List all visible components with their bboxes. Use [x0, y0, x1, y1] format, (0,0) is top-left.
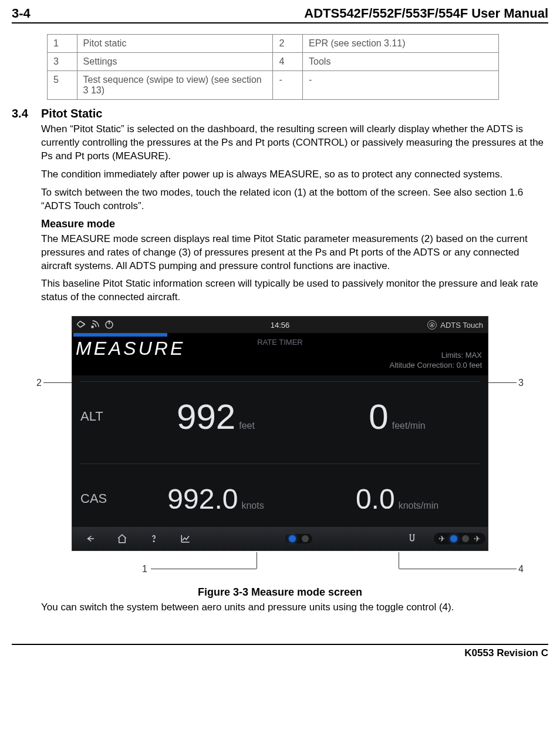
hold-button[interactable]	[396, 529, 428, 548]
legend-num: 5	[48, 71, 77, 100]
legend-num: 2	[273, 35, 303, 53]
legend-num: 3	[48, 53, 77, 71]
callout-3: 3	[518, 378, 524, 388]
cas-unit: knots	[241, 500, 264, 511]
units-toggle[interactable]: ✈ ✈	[434, 533, 485, 545]
limits-info: Limits: MAX Altitude Correction: 0.0 fee…	[389, 351, 482, 371]
paragraph: You can switch the system between aero u…	[41, 601, 548, 614]
pressure-dot-icon	[462, 535, 469, 542]
alt-rate-unit: feet/min	[392, 421, 426, 431]
section-number: 3.4	[12, 107, 41, 120]
figure: 2 3 1 4	[36, 316, 524, 580]
alt-value: 992	[177, 397, 235, 437]
callout-2: 2	[36, 378, 42, 388]
cas-label: CAS	[72, 491, 125, 506]
brand-text: ADTS Touch	[440, 321, 483, 330]
svg-point-3	[153, 541, 154, 542]
alt-unit: feet	[239, 421, 255, 431]
cas-value: 992.0	[167, 483, 238, 515]
brand-label: ⦿ ADTS Touch	[427, 320, 483, 330]
section-heading: 3.4 Pitot Static	[12, 107, 548, 120]
aero-units-icon: ✈	[438, 534, 446, 543]
paragraph: When “Pitot Static” is selected on the d…	[41, 123, 548, 163]
cas-rate-value: 0.0	[356, 483, 395, 515]
clock: 14:56	[271, 321, 290, 330]
connection-icon	[76, 319, 86, 331]
callout-line	[488, 382, 517, 383]
svg-point-0	[91, 325, 94, 328]
altitude-correction-line: Altitude Correction: 0.0 feet	[389, 361, 482, 371]
progress-indicator	[73, 333, 167, 337]
home-button[interactable]	[106, 529, 138, 548]
graph-button[interactable]	[170, 529, 201, 548]
device-screenshot: 14:56 ⦿ ADTS Touch RATE TIMER MEASURE Li…	[72, 316, 488, 551]
power-icon	[104, 319, 114, 331]
paragraph: To switch between the two modes, touch t…	[41, 186, 548, 213]
legend-label: Tools	[303, 53, 499, 71]
bottom-toolbar: ✈ ✈	[72, 527, 488, 550]
table-row: 1 Pitot static 2 EPR (see section 3.11)	[48, 35, 499, 53]
legend-label: -	[303, 71, 499, 100]
status-bar: 14:56 ⦿ ADTS Touch	[72, 317, 488, 333]
alt-label: ALT	[72, 409, 125, 424]
callout-line	[399, 569, 517, 569]
cas-row: CAS 992.0 knots 0.0 knots/min	[72, 463, 488, 534]
back-button[interactable]	[75, 529, 106, 548]
callout-4: 4	[518, 564, 524, 574]
callout-1: 1	[142, 564, 147, 574]
legend-num: 4	[273, 53, 303, 71]
legend-num: -	[273, 71, 303, 100]
table-row: 5 Test sequence (swipe to view) (see sec…	[48, 71, 499, 100]
control-mode-dot-icon	[302, 535, 309, 542]
readings-area: ALT 992 feet 0 feet/min CAS 992.0	[72, 375, 488, 527]
mode-label: MEASURE	[76, 338, 185, 359]
cas-rate-unit: knots/min	[399, 500, 438, 511]
callout-line	[257, 552, 257, 569]
alt-row: ALT 992 feet 0 feet/min	[72, 381, 488, 452]
subsection-heading: Measure mode	[41, 218, 548, 230]
callout-line	[399, 552, 399, 569]
mode-toggle[interactable]	[285, 534, 312, 543]
legend-label: Settings	[77, 53, 273, 71]
alt-rate-value: 0	[369, 397, 388, 437]
limits-line: Limits: MAX	[389, 351, 482, 361]
figure-caption: Figure 3-3 Measure mode screen	[12, 586, 548, 599]
legend-label: Test sequence (swipe to view) (see secti…	[77, 71, 273, 100]
satellite-icon	[90, 319, 100, 331]
page-footer: K0553 Revision C	[12, 644, 548, 659]
measure-mode-dot-icon	[289, 535, 296, 542]
paragraph: This baseline Pitot Static information s…	[41, 277, 548, 304]
legend-table: 1 Pitot static 2 EPR (see section 3.11) …	[47, 34, 499, 100]
page-number: 3-4	[12, 6, 31, 21]
callout-line	[43, 382, 72, 383]
aero-dot-icon	[450, 535, 457, 542]
paragraph: The condition immediately after power up…	[41, 168, 548, 182]
legend-num: 1	[48, 35, 77, 53]
callout-line	[151, 569, 257, 569]
help-button[interactable]	[138, 529, 170, 548]
manual-title: ADTS542F/552F/553F/554F User Manual	[304, 6, 548, 21]
page-header: 3-4 ADTS542F/552F/553F/554F User Manual	[12, 6, 548, 23]
pressure-units-icon: ✈	[474, 534, 481, 543]
section-title: Pitot Static	[41, 107, 102, 120]
legend-label: EPR (see section 3.11)	[303, 35, 499, 53]
legend-label: Pitot static	[77, 35, 273, 53]
table-row: 3 Settings 4 Tools	[48, 53, 499, 71]
paragraph: The MEASURE mode screen displays real ti…	[41, 233, 548, 273]
brand-logo-icon: ⦿	[427, 320, 437, 330]
